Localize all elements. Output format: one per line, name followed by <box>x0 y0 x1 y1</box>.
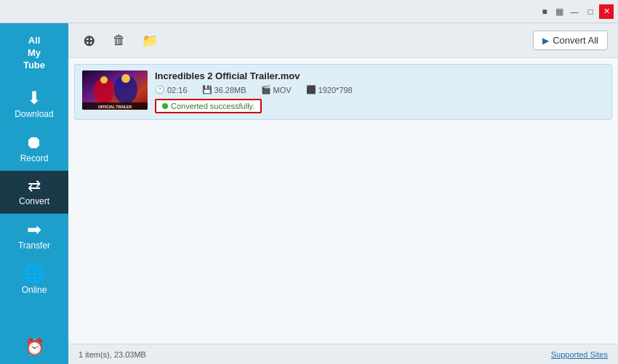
sidebar-label-download: Download <box>15 109 53 119</box>
title-icon-group: ■ ▦ — □ ✕ <box>538 4 614 19</box>
folder-icon: 📁 <box>142 33 158 49</box>
transfer-icon: ➡ <box>27 221 41 238</box>
sidebar-item-download[interactable]: ⬇ Download <box>0 82 68 126</box>
title-bar: ■ ▦ — □ ✕ <box>0 0 618 23</box>
supported-sites-link[interactable]: Supported Sites <box>551 350 608 359</box>
app-logo: AllMyTube <box>20 29 48 82</box>
file-size: 💾 36.28MB <box>202 85 246 94</box>
sidebar-label-transfer: Transfer <box>18 240 50 251</box>
minimize-button[interactable]: — <box>567 4 582 19</box>
file-duration: 🕐 02:16 <box>155 85 188 94</box>
record-icon: ⏺ <box>25 134 43 151</box>
sidebar-item-record[interactable]: ⏺ Record <box>0 126 68 171</box>
tray-icon-1: ■ <box>538 5 551 18</box>
format-icon: 🎬 <box>261 85 271 94</box>
sidebar: AllMyTube ⬇ Download ⏺ Record ⇄ Convert … <box>0 23 68 364</box>
file-list: OFFICIAL TRAILER Incredibles 2 Official … <box>68 58 618 344</box>
svg-point-3 <box>100 76 108 84</box>
file-thumbnail: OFFICIAL TRAILER <box>82 70 148 110</box>
svg-point-4 <box>121 74 130 83</box>
app-container: ■ ▦ — □ ✕ AllMyTube ⬇ Download ⏺ Record … <box>0 0 618 364</box>
file-info: Incredibles 2 Official Trailer.mov 🕐 02:… <box>155 70 604 113</box>
content-area: ⊕ 🗑 📁 ▶ Convert All <box>68 23 618 364</box>
convert-all-label: Convert All <box>553 35 598 46</box>
clock-icon[interactable]: ⏰ <box>25 338 44 357</box>
sidebar-item-transfer[interactable]: ➡ Transfer <box>0 214 68 258</box>
resolution-value: 1920*798 <box>318 86 353 94</box>
status-bar: 1 item(s), 23.03MB Supported Sites <box>68 344 618 364</box>
status-info: 1 item(s), 23.03MB <box>79 350 146 359</box>
status-badge: Converted successfully. <box>155 99 262 113</box>
format-value: MOV <box>273 86 292 94</box>
size-icon: 💾 <box>202 85 212 94</box>
convert-all-icon: ▶ <box>542 36 549 46</box>
duration-value: 02:16 <box>167 86 188 94</box>
toolbar: ⊕ 🗑 📁 ▶ Convert All <box>68 23 618 58</box>
convert-all-button[interactable]: ▶ Convert All <box>533 31 608 50</box>
file-format: 🎬 MOV <box>261 85 292 94</box>
status-text: Converted successfully. <box>171 102 254 110</box>
sidebar-bottom: ⏰ <box>25 338 44 364</box>
maximize-button[interactable]: □ <box>583 4 598 19</box>
add-icon: ⊕ <box>83 32 95 49</box>
download-icon: ⬇ <box>27 89 41 107</box>
svg-text:OFFICIAL TRAILER: OFFICIAL TRAILER <box>98 105 132 109</box>
convert-icon: ⇄ <box>28 178 41 194</box>
file-name: Incredibles 2 Official Trailer.mov <box>155 70 604 81</box>
sidebar-item-convert[interactable]: ⇄ Convert <box>0 171 68 214</box>
online-icon: 🌐 <box>23 265 45 283</box>
size-value: 36.28MB <box>214 86 246 94</box>
toolbar-left: ⊕ 🗑 📁 <box>79 31 160 51</box>
resolution-icon: ⬛ <box>306 85 316 94</box>
file-status: Converted successfully. <box>155 99 604 113</box>
main-area: AllMyTube ⬇ Download ⏺ Record ⇄ Convert … <box>0 23 618 364</box>
table-row: OFFICIAL TRAILER Incredibles 2 Official … <box>74 64 612 120</box>
close-button[interactable]: ✕ <box>599 4 614 19</box>
clock-meta-icon: 🕐 <box>155 85 165 94</box>
add-button[interactable]: ⊕ <box>79 31 99 51</box>
delete-button[interactable]: 🗑 <box>109 31 129 51</box>
sidebar-label-record: Record <box>20 153 49 163</box>
file-meta: 🕐 02:16 💾 36.28MB 🎬 MOV <box>155 85 604 94</box>
file-resolution: ⬛ 1920*798 <box>306 85 353 94</box>
delete-icon: 🗑 <box>113 33 126 48</box>
thumb-graphic: OFFICIAL TRAILER <box>82 70 148 110</box>
sidebar-label-online: Online <box>22 285 47 295</box>
sidebar-label-convert: Convert <box>19 196 49 206</box>
folder-button[interactable]: 📁 <box>140 31 160 51</box>
tray-icon-2: ▦ <box>553 5 566 18</box>
status-dot <box>162 103 168 109</box>
sidebar-item-online[interactable]: 🌐 Online <box>0 258 68 302</box>
